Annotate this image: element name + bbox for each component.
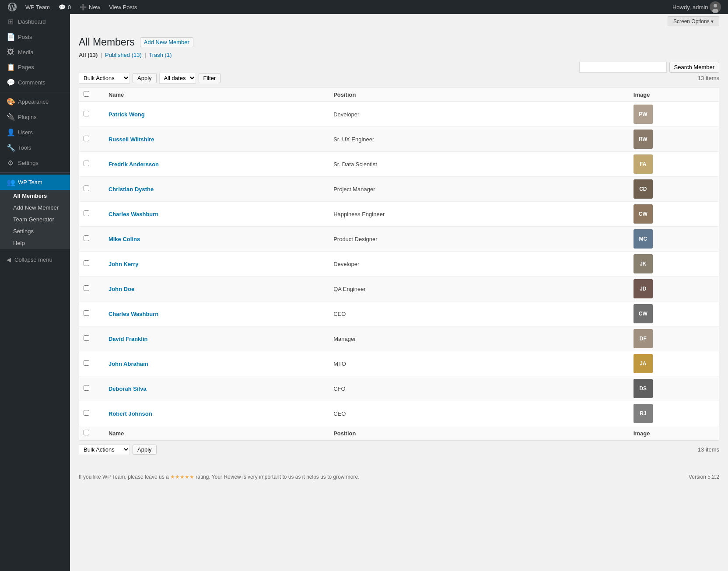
- footer-left: If you like WP Team, please leave us a ★…: [79, 474, 360, 480]
- bulk-actions-select-bottom[interactable]: Bulk ActionsEditMove to Trash: [79, 444, 130, 455]
- row-checkbox-9[interactable]: [84, 310, 89, 316]
- row-checkbox-7[interactable]: [84, 260, 89, 266]
- adminbar-site-name[interactable]: WP Team: [21, 0, 54, 14]
- adminbar-view-posts[interactable]: View Posts: [105, 0, 141, 14]
- adminbar-new[interactable]: ➕ New: [75, 0, 105, 14]
- row-checkbox-8[interactable]: [84, 285, 89, 291]
- table-row: Charles Washburn CEO CW: [79, 301, 719, 326]
- row-cb-4: [79, 177, 104, 202]
- member-name-link-4[interactable]: Christian Dysthe: [108, 186, 154, 193]
- member-name-link-9[interactable]: Charles Washburn: [108, 311, 158, 317]
- apply-button-bottom[interactable]: Apply: [133, 445, 157, 455]
- footer-stars: ★★★★★: [170, 474, 194, 480]
- member-avatar-13: RJ: [634, 404, 653, 423]
- sidebar-submenu-help[interactable]: Help: [0, 237, 70, 249]
- col-header-image[interactable]: Image: [629, 88, 719, 102]
- member-name-link-12[interactable]: Deborah Silva: [108, 385, 147, 392]
- row-checkbox-13[interactable]: [84, 410, 89, 416]
- filter-all[interactable]: All (13): [79, 52, 98, 58]
- row-image-11: JA: [629, 351, 719, 376]
- add-new-member-button[interactable]: Add New Member: [140, 37, 193, 47]
- apply-button-top[interactable]: Apply: [133, 73, 157, 83]
- row-checkbox-2[interactable]: [84, 136, 89, 141]
- sidebar-submenu-all-members[interactable]: All Members: [0, 190, 70, 202]
- row-checkbox-6[interactable]: [84, 235, 89, 241]
- comments-icon: 💬: [7, 78, 14, 87]
- page-title-section: All Members Add New Member: [79, 33, 719, 48]
- row-image-2: RW: [629, 127, 719, 152]
- col-footer-position[interactable]: Position: [329, 426, 629, 441]
- table-footer-row: Name Position Image: [79, 426, 719, 441]
- col-footer-image[interactable]: Image: [629, 426, 719, 441]
- row-position-6: Product Designer: [329, 227, 629, 252]
- filter-published[interactable]: Published (13): [105, 52, 142, 58]
- row-checkbox-11[interactable]: [84, 360, 89, 366]
- sidebar-submenu-team-generator[interactable]: Team Generator: [0, 214, 70, 225]
- row-name-4: Christian Dysthe: [104, 177, 329, 202]
- member-name-link-6[interactable]: Mike Colins: [108, 236, 140, 242]
- row-position-5: Happiness Engineer: [329, 202, 629, 227]
- adminbar-wp-logo[interactable]: [4, 0, 21, 14]
- row-position-2: Sr. UX Engineer: [329, 127, 629, 152]
- member-name-link-7[interactable]: John Kerry: [108, 261, 139, 267]
- row-cb-9: [79, 301, 104, 326]
- member-name-link-5[interactable]: Charles Washburn: [108, 211, 158, 217]
- filter-button[interactable]: Filter: [199, 73, 221, 83]
- items-count-top: 13 items: [698, 75, 719, 81]
- row-checkbox-12[interactable]: [84, 385, 89, 391]
- row-image-7: JK: [629, 252, 719, 277]
- row-cb-1: [79, 102, 104, 127]
- member-avatar-1: PW: [634, 105, 653, 124]
- table-row: John Abraham MTO JA: [79, 351, 719, 376]
- users-icon: 👤: [7, 128, 14, 137]
- search-input[interactable]: [579, 62, 667, 73]
- screen-options-button[interactable]: Screen Options ▾: [668, 16, 719, 26]
- filter-trash[interactable]: Trash (1): [149, 52, 172, 58]
- sidebar-item-appearance[interactable]: 🎨 Appearance: [0, 94, 70, 109]
- collapse-menu-button[interactable]: ◀ Collapse menu: [0, 253, 70, 266]
- select-all-checkbox-bottom[interactable]: [84, 430, 89, 435]
- col-footer-name[interactable]: Name: [104, 426, 329, 441]
- row-checkbox-5[interactable]: [84, 210, 89, 216]
- member-name-link-1[interactable]: Patrick Wong: [108, 111, 145, 118]
- footer: If you like WP Team, please leave us a ★…: [70, 467, 728, 487]
- sidebar-item-posts[interactable]: 📄 Posts: [0, 29, 70, 45]
- member-name-link-10[interactable]: David Franklin: [108, 336, 148, 342]
- sidebar-item-pages[interactable]: 📋 Pages: [0, 60, 70, 75]
- select-all-checkbox-top[interactable]: [84, 91, 89, 97]
- sidebar-item-wp-team[interactable]: 👥 WP Team: [0, 175, 70, 190]
- member-name-link-2[interactable]: Russell Wiltshire: [108, 136, 154, 143]
- sidebar-item-settings[interactable]: ⚙ Settings: [0, 155, 70, 171]
- sidebar-submenu-settings[interactable]: Settings: [0, 225, 70, 237]
- col-header-name[interactable]: Name: [104, 88, 329, 102]
- row-checkbox-1[interactable]: [84, 111, 89, 116]
- filter-nav: All (13) | Published (13) | Trash (1) Se…: [79, 52, 719, 73]
- date-filter-select[interactable]: All dates: [159, 73, 196, 84]
- search-button[interactable]: Search Member: [669, 62, 719, 73]
- sidebar-item-plugins[interactable]: 🔌 Plugins: [0, 109, 70, 125]
- member-name-link-8[interactable]: John Doe: [108, 286, 134, 292]
- row-checkbox-4[interactable]: [84, 186, 89, 191]
- row-checkbox-3[interactable]: [84, 161, 89, 166]
- sidebar-item-comments[interactable]: 💬 Comments: [0, 75, 70, 90]
- member-avatar-9: CW: [634, 304, 653, 323]
- row-checkbox-10[interactable]: [84, 335, 89, 341]
- row-cb-8: [79, 277, 104, 301]
- bulk-actions-select-top[interactable]: Bulk ActionsEditMove to Trash: [79, 73, 130, 84]
- row-image-12: DS: [629, 376, 719, 401]
- sidebar-submenu-add-new-member[interactable]: Add New Member: [0, 202, 70, 214]
- member-name-link-3[interactable]: Fredrik Andersson: [108, 161, 159, 168]
- sidebar-item-media[interactable]: 🖼 Media: [0, 45, 70, 60]
- adminbar-comments[interactable]: 💬 0: [54, 0, 75, 14]
- status-filter-links: All (13) | Published (13) | Trash (1): [79, 52, 719, 58]
- col-header-position[interactable]: Position: [329, 88, 629, 102]
- admin-bar: WP Team 💬 0 ➕ New View Posts Howdy, admi…: [0, 0, 728, 14]
- member-name-link-11[interactable]: John Abraham: [108, 361, 148, 367]
- sidebar-item-users[interactable]: 👤 Users: [0, 125, 70, 140]
- member-name-link-13[interactable]: Robert Johnson: [108, 410, 152, 417]
- sidebar: ⊞ Dashboard 📄 Posts 🖼 Media 📋 Pages 💬 Co…: [0, 14, 70, 571]
- footer-stars-link[interactable]: ★★★★★: [170, 474, 196, 480]
- sidebar-item-tools[interactable]: 🔧 Tools: [0, 140, 70, 155]
- sidebar-item-dashboard[interactable]: ⊞ Dashboard: [0, 14, 70, 29]
- col-header-cb: [79, 88, 104, 102]
